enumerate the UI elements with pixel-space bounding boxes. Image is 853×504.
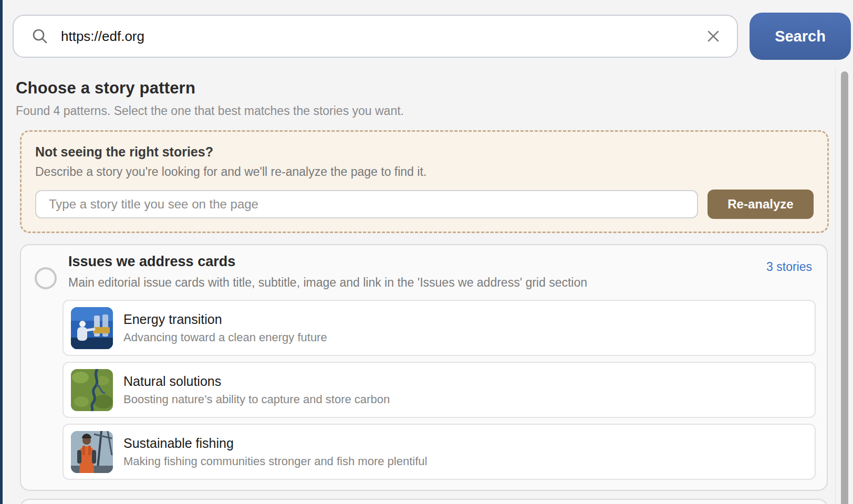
story-row-sustainable-fishing[interactable]: Sustainable fishing Making fishing commu… (63, 424, 816, 480)
story-subtitle: Making fishing communities stronger and … (123, 455, 427, 468)
refine-title: Not seeing the right stories? (35, 144, 814, 160)
page-title: Choose a story pattern (16, 79, 404, 98)
next-pattern-card-partial[interactable] (20, 499, 828, 504)
story-title: Energy transition (123, 312, 327, 327)
reanalyze-button[interactable]: Re-analyze (708, 190, 814, 219)
pattern-description: Main editorial issue cards with title, s… (68, 276, 587, 290)
clear-icon[interactable] (704, 27, 722, 45)
story-thumbnail-energy-photo (71, 307, 113, 349)
url-search-field[interactable] (13, 15, 738, 58)
story-title: Sustainable fishing (123, 436, 427, 451)
pattern-title: Issues we address cards (68, 254, 235, 270)
window-edge-strip (0, 0, 3, 504)
story-row-energy-transition[interactable]: Energy transition Advancing toward a cle… (63, 300, 816, 356)
story-thumbnail-aerial-river-photo (71, 369, 113, 411)
story-subtitle: Advancing toward a clean energy future (123, 331, 327, 344)
refine-panel: Not seeing the right stories? Describe a… (20, 130, 829, 233)
stories-list: Energy transition Advancing toward a cle… (63, 300, 816, 480)
page-header: Choose a story pattern Found 4 patterns.… (16, 79, 404, 118)
search-button[interactable]: Search (750, 13, 851, 60)
search-icon (32, 28, 48, 45)
scroll-track-edge (835, 67, 836, 504)
story-title: Natural solutions (123, 374, 390, 389)
refine-description: Describe a story you're looking for and … (35, 165, 814, 179)
pattern-card-issues-we-address[interactable]: Issues we address cards 3 stories Main e… (20, 244, 828, 491)
story-row-natural-solutions[interactable]: Natural solutions Boosting nature’s abil… (63, 362, 816, 418)
url-input[interactable] (61, 28, 704, 45)
pattern-radio-button[interactable] (35, 267, 57, 289)
story-pattern-picker-screen: Search Choose a story pattern Found 4 pa… (0, 0, 853, 504)
story-title-input[interactable] (35, 190, 698, 218)
vertical-scrollbar[interactable] (841, 71, 848, 504)
story-subtitle: Boosting nature’s ability to capture and… (123, 393, 390, 406)
story-thumbnail-fisherman-photo (71, 431, 113, 473)
page-subtitle: Found 4 patterns. Select the one that be… (16, 104, 404, 118)
stories-count-link[interactable]: 3 stories (766, 260, 812, 274)
